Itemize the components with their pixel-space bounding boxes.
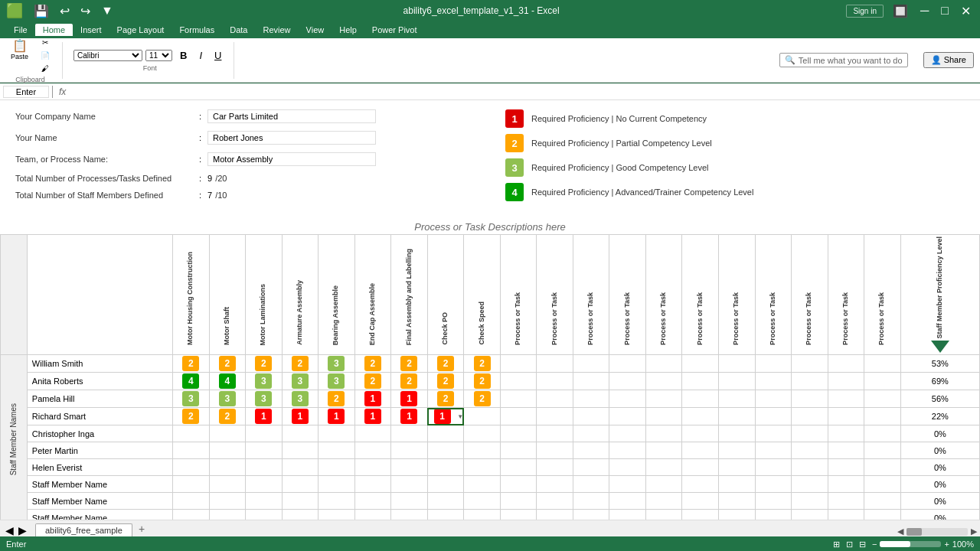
data-cell[interactable] — [828, 373, 864, 390]
data-cell[interactable]: 2 — [354, 355, 391, 373]
data-cell[interactable] — [755, 476, 792, 493]
data-cell[interactable] — [828, 476, 864, 493]
ribbon-tab-formulas[interactable]: Formulas — [172, 24, 222, 36]
data-cell[interactable]: 4 — [173, 373, 210, 390]
data-cell[interactable] — [354, 510, 391, 520]
scroll-right-tab-button[interactable]: ▶ — [16, 524, 29, 536]
data-cell[interactable] — [645, 408, 682, 425]
staff-name-cell[interactable]: Staff Member Name — [27, 476, 172, 493]
data-cell[interactable] — [282, 510, 318, 520]
data-cell[interactable] — [354, 493, 391, 510]
undo-button[interactable]: ↩ — [57, 4, 73, 18]
data-cell[interactable] — [354, 442, 391, 459]
data-cell[interactable] — [682, 373, 719, 390]
data-cell[interactable] — [500, 493, 537, 510]
data-cell[interactable] — [792, 476, 828, 493]
scroll-right-button[interactable]: ▶ — [971, 527, 977, 536]
data-cell[interactable] — [828, 510, 864, 520]
data-cell[interactable]: 1▼ — [427, 408, 464, 425]
data-cell[interactable] — [427, 425, 464, 442]
data-cell[interactable] — [573, 510, 609, 520]
data-cell[interactable] — [427, 459, 464, 476]
font-size-select[interactable]: 11 — [145, 50, 172, 61]
data-cell[interactable] — [864, 390, 901, 408]
staff-name-cell[interactable]: Christopher Inga — [27, 425, 172, 442]
redo-button[interactable]: ↪ — [77, 4, 93, 18]
data-cell[interactable] — [209, 425, 246, 442]
data-cell[interactable] — [828, 425, 864, 442]
data-cell[interactable] — [537, 442, 573, 459]
data-cell[interactable]: 1 — [246, 408, 283, 425]
ribbon-tab-data[interactable]: Data — [222, 24, 255, 36]
cut-button[interactable]: ✂ — [36, 37, 54, 48]
data-cell[interactable] — [427, 510, 464, 520]
horizontal-scrollbar[interactable] — [906, 528, 968, 536]
font-family-select[interactable]: Calibri — [74, 50, 142, 61]
maximize-button[interactable]: □ — [938, 4, 952, 18]
data-cell[interactable] — [318, 459, 355, 476]
data-cell[interactable] — [719, 493, 756, 510]
data-cell[interactable] — [500, 425, 537, 442]
data-cell[interactable] — [719, 476, 756, 493]
data-cell[interactable]: 1 — [354, 390, 391, 408]
company-input[interactable] — [207, 109, 376, 123]
data-cell[interactable] — [354, 425, 391, 442]
zoom-out-button[interactable]: − — [872, 540, 877, 549]
data-cell[interactable]: 2 — [354, 373, 391, 390]
data-cell[interactable]: 2 — [173, 355, 210, 373]
ribbon-tab-page-layout[interactable]: Page Layout — [109, 24, 172, 36]
data-cell[interactable] — [318, 442, 355, 459]
data-cell[interactable] — [719, 373, 756, 390]
data-cell[interactable]: 2 — [318, 390, 355, 408]
data-cell[interactable] — [537, 425, 573, 442]
data-cell[interactable] — [682, 493, 719, 510]
data-cell[interactable] — [645, 373, 682, 390]
scroll-left-tab-button[interactable]: ◀ — [3, 524, 16, 536]
data-cell[interactable] — [427, 493, 464, 510]
zoom-slider[interactable] — [880, 541, 941, 547]
data-cell[interactable]: 2 — [464, 373, 501, 390]
data-cell[interactable] — [173, 476, 210, 493]
data-cell[interactable] — [609, 373, 646, 390]
minimize-button[interactable]: ─ — [917, 4, 932, 18]
data-cell[interactable] — [173, 493, 210, 510]
page-break-button[interactable]: ⊟ — [859, 540, 866, 549]
data-cell[interactable] — [209, 510, 246, 520]
data-cell[interactable] — [792, 493, 828, 510]
data-cell[interactable] — [755, 425, 792, 442]
data-cell[interactable] — [682, 390, 719, 408]
data-cell[interactable]: 2 — [391, 373, 428, 390]
data-cell[interactable] — [318, 476, 355, 493]
data-cell[interactable]: 3 — [318, 355, 355, 373]
save-button[interactable]: 💾 — [31, 4, 52, 18]
data-cell[interactable] — [682, 425, 719, 442]
staff-name-cell[interactable]: Anita Roberts — [27, 373, 172, 390]
data-cell[interactable]: 2 — [427, 355, 464, 373]
data-cell[interactable] — [828, 442, 864, 459]
data-cell[interactable] — [645, 355, 682, 373]
data-cell[interactable] — [682, 408, 719, 425]
normal-view-button[interactable]: ⊞ — [833, 540, 840, 549]
data-cell[interactable] — [573, 476, 609, 493]
data-cell[interactable] — [719, 408, 756, 425]
data-cell[interactable]: 3 — [246, 390, 283, 408]
paste-button[interactable]: 📋Paste — [6, 37, 33, 74]
data-cell[interactable] — [792, 442, 828, 459]
data-cell[interactable] — [246, 459, 283, 476]
data-cell[interactable] — [682, 459, 719, 476]
data-cell[interactable]: 1 — [391, 408, 428, 425]
data-cell[interactable]: 1 — [318, 408, 355, 425]
data-cell[interactable]: 4 — [209, 373, 246, 390]
data-cell[interactable] — [755, 390, 792, 408]
underline-button[interactable]: U — [210, 48, 226, 63]
data-cell[interactable] — [246, 425, 283, 442]
data-cell[interactable] — [391, 459, 428, 476]
data-cell[interactable] — [173, 442, 210, 459]
data-cell[interactable]: 2 — [173, 408, 210, 425]
data-cell[interactable] — [427, 442, 464, 459]
data-cell[interactable] — [537, 373, 573, 390]
data-cell[interactable] — [609, 408, 646, 425]
close-button[interactable]: ✕ — [958, 4, 974, 18]
data-cell[interactable] — [573, 425, 609, 442]
data-cell[interactable] — [573, 373, 609, 390]
